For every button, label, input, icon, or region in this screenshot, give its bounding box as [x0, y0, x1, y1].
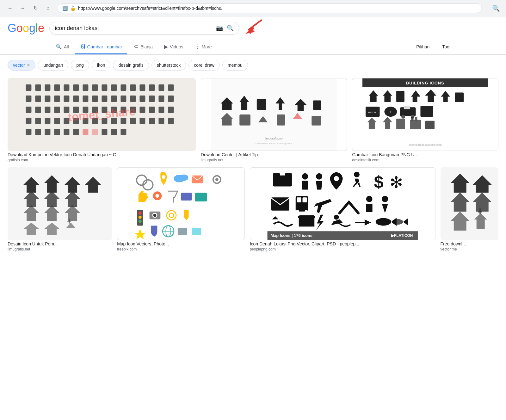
svg-rect-75	[111, 129, 117, 135]
chip-corel-draw-label: corel draw	[194, 63, 214, 68]
result-card-r1c3[interactable]: BUILDING ICONS HOTEL	[352, 78, 498, 162]
svg-rect-31	[149, 96, 155, 102]
logo-e: e	[38, 22, 44, 34]
more-tab-icon: ⋮	[195, 44, 200, 50]
chip-membu-label: membu	[228, 63, 243, 68]
result-card-r1c1[interactable]: tomet_share Download Kumpulan Vektor Ico…	[8, 78, 196, 162]
logo-o2: o	[23, 22, 29, 34]
chip-shutterstock[interactable]: shutterstock	[151, 60, 186, 71]
result-title-r1c3: Gambar Icon Bangunan PNG U...	[352, 152, 498, 157]
filter-chips: vector ✕ undangan png ikon desain grafis…	[0, 55, 506, 76]
svg-rect-9	[92, 84, 98, 91]
tab-images[interactable]: 🖼 Gambar - gambar	[75, 40, 127, 54]
svg-rect-29	[130, 96, 136, 102]
svg-rect-101	[410, 120, 421, 129]
search-submit-icon[interactable]: 🔍	[227, 25, 234, 32]
browser-search-button[interactable]: 🔍	[491, 3, 501, 13]
tab-shopping[interactable]: 🏷 Blanja	[128, 40, 158, 54]
svg-rect-6	[64, 84, 69, 91]
search-input-wrapper[interactable]: 📷 🔍	[49, 22, 239, 34]
svg-text:ilmugrafis.net: ilmugrafis.net	[265, 137, 283, 140]
search-box-container: 📷 🔍	[49, 22, 239, 34]
back-button[interactable]: ←	[5, 3, 15, 13]
camera-icon[interactable]: 📷	[216, 25, 223, 32]
chip-desain-grafis[interactable]: desain grafis	[113, 60, 149, 71]
nav-buttons: ← → ↻ ⌂	[5, 3, 53, 13]
result-card-r2c3[interactable]: $ ✻	[250, 167, 435, 251]
svg-point-119	[156, 194, 159, 198]
tab-tools[interactable]: Tool	[437, 40, 455, 54]
svg-rect-11	[111, 84, 117, 91]
svg-point-117	[215, 178, 219, 181]
svg-point-144	[354, 172, 360, 177]
result-card-r2c1[interactable]: Desain Icon Untuk Pem... ilmugrafis.net	[8, 167, 112, 251]
tab-all-label: All	[64, 44, 69, 49]
svg-rect-50	[26, 118, 31, 124]
chip-membu[interactable]: membu	[222, 60, 248, 71]
svg-rect-70	[64, 129, 69, 135]
chip-vector[interactable]: vector ✕	[8, 60, 35, 71]
svg-rect-12	[120, 84, 126, 91]
url-bar[interactable]: ℹ️ 🔒 https://www.google.com/search?safe=…	[57, 3, 482, 13]
svg-point-97	[401, 115, 405, 119]
tab-pilihan[interactable]: Pilihan	[411, 40, 435, 54]
chip-corel-draw[interactable]: corel draw	[188, 60, 220, 71]
svg-rect-16	[158, 84, 164, 91]
home-button[interactable]: ⌂	[43, 3, 53, 13]
svg-rect-51	[35, 118, 41, 124]
svg-rect-72	[83, 129, 88, 135]
svg-rect-61	[130, 118, 136, 124]
result-image-r2c3: $ ✻	[250, 168, 435, 240]
svg-rect-5	[54, 84, 60, 91]
google-logo: Google	[8, 22, 44, 35]
svg-rect-139	[273, 173, 280, 180]
chip-ikon[interactable]: ikon	[92, 60, 111, 71]
svg-point-153	[366, 196, 372, 202]
result-card-r1c2[interactable]: ilmugrafis.net Download Center | Buildin…	[201, 78, 347, 162]
svg-rect-81	[239, 114, 250, 126]
results-row-2: Desain Icon Untuk Pem... ilmugrafis.net	[8, 167, 498, 251]
search-input[interactable]	[55, 25, 211, 32]
svg-rect-147	[271, 197, 289, 211]
chip-vector-close[interactable]: ✕	[27, 63, 30, 67]
svg-rect-102	[411, 117, 414, 120]
svg-rect-52	[45, 118, 50, 124]
tab-more[interactable]: ⋮ More	[190, 40, 217, 54]
svg-rect-48	[158, 107, 164, 113]
refresh-button[interactable]: ↻	[30, 3, 40, 13]
result-title-r2c1: Desain Icon Untuk Pem...	[8, 241, 112, 246]
tab-all[interactable]: 🔍 All	[51, 40, 74, 54]
forward-button[interactable]: →	[18, 3, 28, 13]
svg-rect-35	[35, 107, 41, 113]
svg-text:BUILDING ICONS: BUILDING ICONS	[406, 81, 444, 85]
svg-rect-15	[149, 84, 155, 91]
search-tabs: 🔍 All 🖼 Gambar - gambar 🏷 Blanja ▶ Video…	[0, 40, 506, 55]
tab-videos[interactable]: ▶ Videos	[159, 40, 188, 54]
svg-rect-150	[302, 197, 307, 202]
svg-rect-36	[45, 107, 50, 113]
result-card-r2c4[interactable]: Free downl... vector.me	[441, 167, 498, 251]
result-card-r2c2[interactable]: Map Icon Vectors, Photo... freepik.com	[117, 167, 245, 251]
svg-point-161	[375, 218, 391, 226]
result-source-r2c2: freepik.com	[117, 247, 245, 251]
svg-rect-27	[111, 96, 117, 102]
svg-text:download.desaintasik.com: download.desaintasik.com	[409, 143, 441, 146]
result-image-r1c1: tomet_share	[8, 78, 196, 151]
result-source-r2c4: vector.me	[441, 247, 498, 251]
svg-rect-33	[168, 96, 174, 102]
info-icon: ℹ️	[62, 6, 68, 11]
svg-rect-83	[312, 116, 321, 126]
chip-png[interactable]: png	[71, 60, 89, 71]
chip-undangan-label: undangan	[43, 63, 63, 68]
svg-rect-121	[195, 193, 207, 201]
result-title-r2c4: Free downl...	[441, 241, 498, 246]
svg-point-124	[139, 216, 142, 219]
chip-undangan[interactable]: undangan	[38, 60, 68, 71]
svg-rect-120	[181, 193, 192, 201]
svg-rect-21	[54, 96, 60, 102]
svg-rect-155	[299, 217, 314, 227]
svg-rect-104	[425, 121, 435, 129]
google-header: Google 📷 🔍	[0, 16, 506, 40]
svg-point-151	[296, 210, 299, 213]
svg-rect-18	[26, 96, 31, 102]
